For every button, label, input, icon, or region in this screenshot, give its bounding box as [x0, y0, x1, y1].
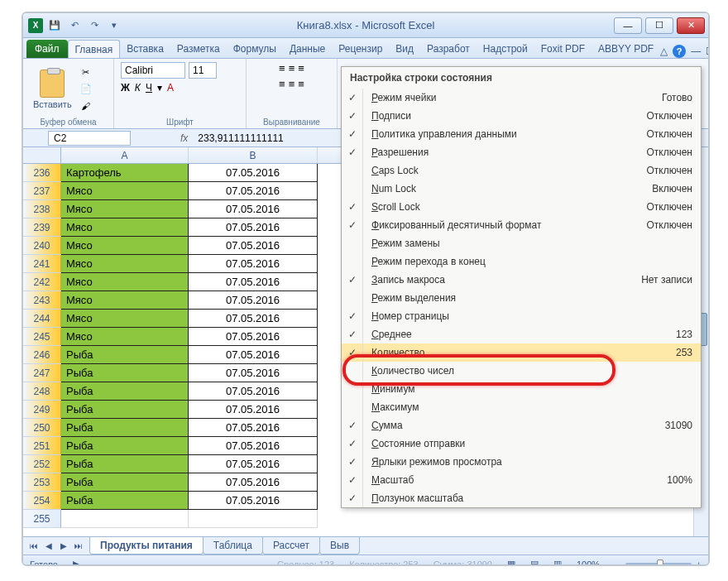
status-bar[interactable]: Готово ▶ Среднее: 123 Количество: 253 Су… — [23, 555, 708, 566]
cell-b[interactable]: 07.05.2016 — [189, 310, 318, 328]
menu-item-21[interactable]: Масштаб100% — [342, 471, 701, 489]
row-header[interactable]: 250 — [23, 419, 61, 437]
cell-b[interactable]: 07.05.2016 — [189, 419, 318, 437]
cell-a[interactable]: Рыба — [61, 382, 189, 401]
ribbon-tab-8[interactable]: Надстрой — [477, 40, 534, 58]
menu-item-10[interactable]: Запись макросаНет записи — [342, 271, 701, 289]
cell-b[interactable]: 07.05.2016 — [189, 237, 318, 255]
ribbon-minimize-icon[interactable]: △ — [660, 46, 668, 57]
macro-record-icon[interactable]: ▶ — [73, 559, 79, 566]
menu-item-5[interactable]: Num LockВключен — [342, 180, 701, 198]
align-center-button[interactable]: ≡ — [289, 78, 295, 90]
paste-button[interactable]: Вставить — [30, 68, 75, 111]
ribbon-tab-3[interactable]: Формулы — [227, 40, 283, 58]
font-name-select[interactable] — [121, 62, 185, 79]
cell-a[interactable]: Рыба — [61, 419, 189, 437]
row-header[interactable]: 240 — [23, 237, 61, 255]
sheet-tab-1[interactable]: Таблица — [203, 537, 263, 555]
menu-item-7[interactable]: Фиксированный десятичный форматОтключен — [342, 216, 701, 234]
child-restore-icon[interactable]: ☐ — [706, 46, 710, 57]
menu-item-19[interactable]: Состояние отправки — [342, 435, 701, 453]
cell-b[interactable]: 07.05.2016 — [189, 164, 318, 182]
zoom-value[interactable]: 100% — [577, 559, 600, 567]
row-header[interactable]: 242 — [23, 273, 61, 291]
format-painter-button[interactable]: 🖌 — [79, 98, 93, 113]
row-header[interactable]: 254 — [23, 492, 61, 510]
cell-a[interactable]: Мясо — [61, 273, 189, 291]
menu-item-8[interactable]: Режим замены — [342, 234, 701, 252]
row-header[interactable]: 251 — [23, 437, 61, 455]
child-minimize-icon[interactable]: — — [691, 46, 701, 57]
column-header-b[interactable]: B — [189, 147, 318, 163]
row-header[interactable]: 237 — [23, 182, 61, 200]
cell-a[interactable]: Рыба — [61, 492, 189, 510]
underline-button[interactable]: Ч — [146, 82, 152, 94]
cell-a[interactable]: Рыба — [61, 364, 189, 382]
ribbon-tab-2[interactable]: Разметка — [170, 40, 227, 58]
align-bottom-button[interactable]: ≡ — [298, 62, 304, 74]
help-icon[interactable]: ? — [673, 45, 686, 58]
zoom-in-button[interactable]: + — [697, 559, 702, 567]
menu-item-0[interactable]: Режим ячейкиГотово — [342, 89, 701, 107]
cell-a[interactable]: Рыба — [61, 473, 189, 492]
row-header[interactable]: 248 — [23, 382, 61, 401]
menu-item-11[interactable]: Режим выделения — [342, 289, 701, 307]
zoom-slider[interactable] — [625, 563, 692, 566]
row-header[interactable]: 236 — [23, 164, 61, 182]
row-header[interactable]: 253 — [23, 473, 61, 492]
cell-b[interactable]: 07.05.2016 — [189, 346, 318, 364]
menu-item-16[interactable]: Минимум — [342, 380, 701, 398]
cell-b[interactable]: 07.05.2016 — [189, 182, 318, 200]
row-header[interactable]: 239 — [23, 218, 61, 237]
menu-item-12[interactable]: Номер страницы — [342, 307, 701, 325]
maximize-button[interactable]: ☐ — [645, 17, 673, 34]
menu-item-18[interactable]: Сумма31090 — [342, 416, 701, 435]
row-header[interactable]: 249 — [23, 401, 61, 419]
row-header[interactable]: 246 — [23, 346, 61, 364]
cell-b[interactable]: 07.05.2016 — [189, 492, 318, 510]
view-pagebreak-button[interactable]: ▥ — [553, 559, 562, 566]
cell-b[interactable]: 07.05.2016 — [189, 328, 318, 346]
menu-item-15[interactable]: Количество чисел — [342, 362, 701, 380]
cell-b[interactable]: 07.05.2016 — [189, 200, 318, 218]
cell-a[interactable]: Картофель — [61, 164, 189, 182]
cell-a[interactable]: Мясо — [61, 328, 189, 346]
sheet-nav-last[interactable]: ⏭ — [71, 539, 86, 554]
menu-item-6[interactable]: Scroll LockОтключен — [342, 198, 701, 216]
row-header[interactable]: 243 — [23, 291, 61, 310]
sheet-tab-3[interactable]: Выв — [319, 537, 360, 555]
menu-item-9[interactable]: Режим перехода в конец — [342, 252, 701, 271]
menu-item-22[interactable]: Ползунок масштаба — [342, 489, 701, 507]
ribbon-tab-10[interactable]: ABBYY PDF — [592, 40, 660, 58]
cell-b[interactable]: 07.05.2016 — [189, 473, 318, 492]
font-color-button[interactable]: A — [167, 82, 174, 94]
font-expand-icon[interactable]: ▾ — [157, 82, 162, 94]
view-layout-button[interactable]: ▤ — [530, 559, 539, 566]
minimize-button[interactable]: — — [614, 17, 642, 34]
cell-b[interactable]: 07.05.2016 — [189, 455, 318, 473]
cut-button[interactable]: ✂ — [79, 65, 93, 80]
cell-b[interactable]: 07.05.2016 — [189, 364, 318, 382]
cell-b[interactable]: 07.05.2016 — [189, 437, 318, 455]
sheet-nav-first[interactable]: ⏮ — [26, 539, 41, 554]
font-size-select[interactable] — [189, 62, 217, 79]
copy-button[interactable]: 📄 — [79, 82, 93, 97]
align-top-button[interactable]: ≡ — [279, 62, 285, 74]
cell-b[interactable]: 07.05.2016 — [189, 401, 318, 419]
cell-a[interactable]: Мясо — [61, 255, 189, 273]
column-header-a[interactable]: A — [61, 147, 189, 163]
ribbon-tab-0[interactable]: Главная — [68, 40, 121, 58]
cell-b[interactable] — [189, 510, 318, 528]
ribbon-tab-4[interactable]: Данные — [283, 40, 332, 58]
sheet-nav-prev[interactable]: ◀ — [41, 539, 56, 554]
row-header[interactable]: 244 — [23, 310, 61, 328]
row-header[interactable]: 245 — [23, 328, 61, 346]
bold-button[interactable]: Ж — [121, 82, 130, 94]
qat-customize-button[interactable]: ▾ — [106, 17, 122, 34]
menu-item-17[interactable]: Максимум — [342, 398, 701, 416]
cell-b[interactable]: 07.05.2016 — [189, 218, 318, 237]
qat-save-button[interactable]: 💾 — [46, 17, 63, 34]
row-header[interactable]: 238 — [23, 200, 61, 218]
qat-redo-button[interactable]: ↷ — [86, 17, 103, 34]
menu-item-3[interactable]: РазрешенияОтключен — [342, 143, 701, 161]
